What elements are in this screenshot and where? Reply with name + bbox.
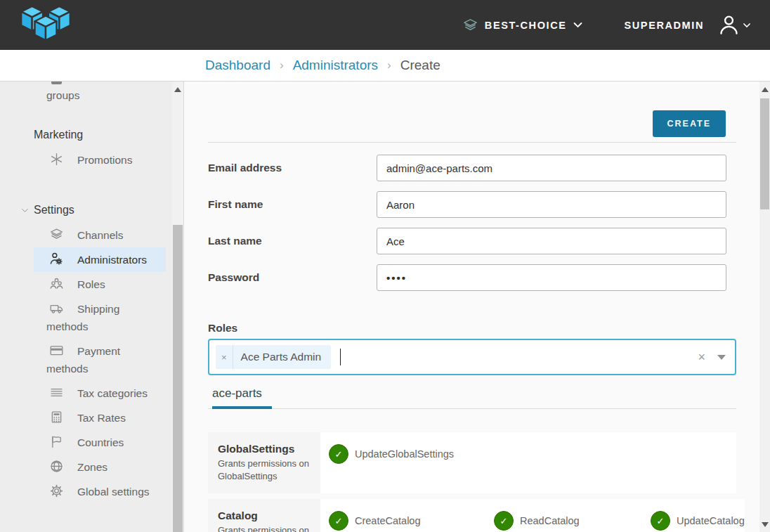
toggle-createcatalog[interactable]: ✓ CreateCatalog	[329, 511, 494, 531]
list-icon	[49, 385, 64, 400]
permission-row-catalog: Catalog Grants permissions on Products, …	[208, 499, 736, 532]
credit-card-icon	[49, 343, 64, 358]
sidebar-item-roles[interactable]: Roles	[34, 272, 166, 297]
sidebar-item-tax-rates[interactable]: Tax Rates	[34, 406, 166, 430]
breadcrumb-create: Create	[400, 58, 441, 73]
partial-icon	[51, 82, 62, 84]
dropdown-arrow-icon[interactable]	[717, 355, 726, 360]
promotions-icon	[49, 152, 64, 167]
sidebar-item-global-settings[interactable]: Global settings	[34, 479, 166, 504]
app-header: BEST-CHOICE SUPERADMIN	[0, 0, 770, 50]
truck-icon	[49, 301, 64, 316]
toggle-on-icon: ✓	[651, 511, 670, 531]
users-icon	[49, 276, 64, 291]
password-field[interactable]	[377, 264, 726, 291]
channel-label: BEST-CHOICE	[485, 20, 567, 31]
globe-icon	[49, 459, 64, 474]
administrator-icon	[49, 252, 64, 266]
form-row-email: Email address	[208, 155, 736, 181]
email-field[interactable]	[377, 155, 726, 181]
tab-ace-parts[interactable]: ace-parts	[212, 387, 272, 409]
toggle-readcatalog[interactable]: ✓ ReadCatalog	[494, 511, 651, 531]
roles-label: Roles	[208, 322, 736, 335]
chevron-down-icon	[742, 20, 752, 30]
breadcrumb-administrators[interactable]: Administrators	[293, 58, 378, 73]
selected-role-label: Ace Parts Admin	[233, 345, 332, 369]
sidebar-scrollbar[interactable]	[172, 82, 183, 532]
main-scrollbar-thumb[interactable]	[760, 98, 769, 209]
sidebar: groups Marketing Promotions Settings	[0, 82, 184, 532]
roles-select[interactable]: × Ace Parts Admin ×	[208, 339, 736, 375]
person-icon	[718, 14, 740, 36]
sidebar-item-countries[interactable]: Countries	[34, 430, 166, 455]
calculator-icon	[49, 410, 64, 424]
toggle-on-icon: ✓	[329, 511, 348, 531]
form-row-last-name: Last name	[208, 228, 736, 254]
form-row-password: Password	[208, 264, 736, 291]
form-row-first-name: First name	[208, 191, 736, 218]
breadcrumb-separator: ›	[280, 58, 284, 72]
cog-icon	[49, 484, 64, 498]
main-content: CREATE Email address First name Last nam…	[184, 82, 770, 532]
password-label: Password	[208, 271, 377, 284]
vendure-logo-icon	[20, 5, 72, 47]
breadcrumb-dashboard[interactable]: Dashboard	[205, 58, 270, 73]
scroll-down-button[interactable]	[759, 518, 770, 531]
sidebar-scrollbar-thumb[interactable]	[173, 225, 183, 532]
sidebar-item-promotions[interactable]: Promotions	[34, 148, 166, 172]
last-name-field[interactable]	[377, 228, 726, 254]
user-menu[interactable]	[718, 14, 752, 36]
last-name-label: Last name	[208, 235, 377, 247]
chevron-down-icon	[572, 19, 584, 31]
breadcrumb: Dashboard › Administrators › Create	[0, 50, 770, 82]
sidebar-item-tax-categories[interactable]: Tax categories	[34, 381, 166, 406]
sidebar-item-payment-methods[interactable]: Payment methods	[34, 339, 166, 381]
permission-group-cell: Catalog Grants permissions on Products, …	[208, 499, 320, 532]
first-name-label: First name	[208, 198, 377, 211]
toggle-on-icon: ✓	[329, 444, 348, 464]
create-button[interactable]: CREATE	[653, 110, 726, 137]
main-scrollbar[interactable]	[759, 82, 770, 532]
toggle-on-icon: ✓	[494, 511, 514, 531]
breadcrumb-separator: ›	[387, 58, 391, 72]
clear-icon[interactable]: ×	[698, 351, 705, 363]
first-name-field[interactable]	[377, 191, 726, 218]
sidebar-section-settings[interactable]: Settings	[20, 202, 169, 218]
channel-switcher[interactable]: BEST-CHOICE	[462, 17, 584, 33]
permission-group-cell: GlobalSettings Grants permissions on Glo…	[208, 432, 320, 493]
divider	[208, 142, 736, 143]
sidebar-item-zones[interactable]: Zones	[34, 455, 166, 479]
permissions-table: GlobalSettings Grants permissions on Glo…	[208, 432, 736, 532]
selected-role-chip: × Ace Parts Admin	[216, 345, 331, 369]
sidebar-item-shipping-methods[interactable]: Shipping methods	[34, 297, 166, 339]
user-label: SUPERADMIN	[625, 20, 704, 31]
text-cursor	[340, 349, 341, 365]
scroll-up-button[interactable]	[172, 83, 183, 96]
toggle-updateglobalsettings[interactable]: ✓ UpdateGlobalSettings	[329, 444, 494, 464]
layers-icon	[49, 227, 64, 242]
email-label: Email address	[208, 162, 377, 174]
flag-icon	[49, 434, 64, 449]
permission-row-globalsettings: GlobalSettings Grants permissions on Glo…	[208, 432, 736, 493]
scroll-up-button[interactable]	[759, 83, 770, 96]
chevron-down-icon	[20, 205, 30, 216]
sidebar-item-channels[interactable]: Channels	[34, 223, 166, 247]
sidebar-item-customer-groups-truncated[interactable]: groups	[0, 82, 173, 104]
channel-layers-icon	[462, 17, 478, 33]
sidebar-section-marketing: Marketing	[34, 127, 169, 143]
toggle-updatecatalog[interactable]: ✓ UpdateCatalog	[651, 511, 745, 531]
sidebar-item-administrators[interactable]: Administrators	[34, 247, 166, 272]
remove-role-icon[interactable]: ×	[216, 345, 233, 369]
channel-tabs: ace-parts	[208, 387, 736, 409]
